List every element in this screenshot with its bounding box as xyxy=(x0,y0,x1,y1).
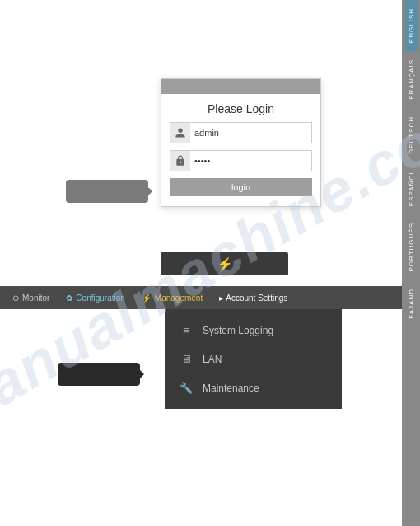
lang-fajand[interactable]: FAJAND xyxy=(405,280,418,327)
nav-monitor-label: Monitor xyxy=(22,294,49,303)
nav-monitor[interactable]: ⊙ Monitor xyxy=(4,286,58,309)
lang-espanol[interactable]: ESPAÑOL xyxy=(405,162,418,214)
lock-svg xyxy=(175,155,186,167)
login-panel: Please Login login xyxy=(161,78,321,207)
dropdown-menu: ≡ System Logging 🖥 LAN 🔧 Maintenance xyxy=(165,309,342,409)
menu-lan[interactable]: 🖥 LAN xyxy=(165,345,342,373)
password-input[interactable] xyxy=(190,153,312,168)
configuration-icon: ✿ xyxy=(66,294,72,303)
username-input[interactable] xyxy=(190,125,312,140)
nav-management-label: Management xyxy=(155,294,203,303)
nav-management[interactable]: ⚡ Management xyxy=(133,286,211,309)
nav-configuration[interactable]: ✿ Configuration xyxy=(58,286,133,309)
acct-bullet: ▸ xyxy=(219,294,223,303)
login-callout-bubble xyxy=(66,180,148,203)
menu-maintenance-label: Maintenance xyxy=(203,383,259,394)
lang-portugues[interactable]: PORTUGUÊS xyxy=(405,214,418,280)
login-panel-header xyxy=(161,79,320,94)
dropdown-callout-bubble xyxy=(58,363,140,386)
login-btn-row: login xyxy=(170,178,312,196)
menu-system-logging-label: System Logging xyxy=(203,325,273,336)
nav-configuration-label: Configuration xyxy=(76,294,124,303)
login-title: Please Login xyxy=(161,94,320,122)
lock-icon xyxy=(170,151,190,171)
main-content: Please Login login ⚡ xyxy=(0,0,402,526)
lang-francais[interactable]: FRANÇAIS xyxy=(405,51,418,107)
lang-english[interactable]: ENGLISH xyxy=(405,0,418,51)
user-icon xyxy=(170,123,190,143)
management-lightning-bar: ⚡ xyxy=(161,252,288,275)
login-button[interactable]: login xyxy=(170,178,312,196)
lan-icon: 🖥 xyxy=(180,353,193,365)
lang-deutsch[interactable]: DEUTSCH xyxy=(405,108,418,162)
username-field xyxy=(170,122,312,143)
lightning-icon: ⚡ xyxy=(217,256,233,272)
nav-bar: ⊙ Monitor ✿ Configuration ⚡ Management ▸… xyxy=(0,286,402,309)
password-field xyxy=(170,150,312,171)
system-logging-icon: ≡ xyxy=(180,324,193,336)
language-sidebar: ENGLISH FRANÇAIS DEUTSCH ESPAÑOL PORTUGU… xyxy=(402,0,420,526)
nav-account-settings-label: Account Settings xyxy=(226,294,287,303)
nav-account-settings[interactable]: ▸ Account Settings xyxy=(211,286,296,309)
management-icon: ⚡ xyxy=(142,294,152,303)
menu-maintenance[interactable]: 🔧 Maintenance xyxy=(165,373,342,402)
maintenance-icon: 🔧 xyxy=(180,382,193,394)
user-svg xyxy=(175,127,186,139)
menu-system-logging[interactable]: ≡ System Logging xyxy=(165,316,342,345)
monitor-icon: ⊙ xyxy=(12,294,19,303)
menu-lan-label: LAN xyxy=(203,354,222,365)
